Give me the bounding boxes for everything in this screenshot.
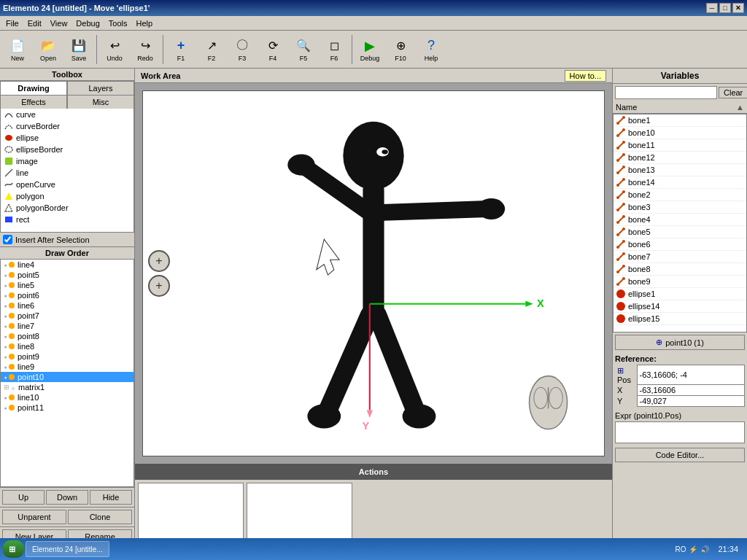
toolbar-separator-1: [96, 35, 97, 64]
undo-button[interactable]: ↩ Undo: [100, 33, 129, 66]
canvas-area: + +: [135, 83, 612, 464]
variable-clear-button[interactable]: Clear: [719, 87, 747, 98]
list-item[interactable]: bone11: [614, 139, 746, 152]
menu-debug[interactable]: Debug: [71, 18, 104, 29]
unparent-button[interactable]: Unparent: [2, 510, 66, 524]
point-expand-icon[interactable]: ⊕: [656, 338, 662, 347]
close-button[interactable]: ✕: [732, 3, 744, 13]
menu-file[interactable]: File: [1, 18, 23, 29]
list-item[interactable]: ellipse14: [614, 300, 746, 313]
tab-layers[interactable]: Layers: [67, 81, 134, 95]
list-item[interactable]: ellipse15: [614, 313, 746, 325]
list-item[interactable]: ⬥ line5: [1, 280, 133, 290]
menu-tools[interactable]: Tools: [104, 18, 132, 29]
list-item[interactable]: bone13: [614, 164, 746, 176]
list-item[interactable]: ⊞ ⬦ matrix1: [1, 382, 133, 392]
list-item[interactable]: bone10: [614, 127, 746, 139]
list-item[interactable]: polygonBorder: [1, 202, 133, 214]
svg-point-37: [622, 178, 625, 181]
zoom-in-button[interactable]: +: [148, 250, 170, 272]
svg-point-52: [616, 283, 619, 286]
list-item[interactable]: ellipse: [1, 132, 133, 144]
list-item[interactable]: ⬥ point11: [1, 402, 133, 413]
zoom-out-button[interactable]: +: [148, 275, 170, 297]
actions-bar: Actions: [135, 464, 612, 480]
f10-button[interactable]: ⊕ F10: [386, 33, 415, 66]
list-item[interactable]: ⬥ point10: [1, 372, 133, 382]
list-item[interactable]: ellipseBorder: [1, 144, 133, 155]
list-item[interactable]: bone4: [614, 214, 746, 226]
list-item[interactable]: ⬥ line8: [1, 341, 133, 351]
list-item[interactable]: openCurve: [1, 179, 133, 190]
menu-edit[interactable]: Edit: [23, 18, 46, 29]
list-item[interactable]: ⬥ line7: [1, 321, 133, 331]
list-item[interactable]: curveBorder: [1, 120, 133, 132]
list-item[interactable]: bone3: [614, 201, 746, 214]
list-item[interactable]: ⬥ point6: [1, 290, 133, 300]
list-item[interactable]: ⬥ line10: [1, 392, 133, 402]
tab-effects[interactable]: Effects: [0, 95, 67, 109]
start-button[interactable]: ⊞: [3, 540, 24, 558]
list-item[interactable]: bone9: [614, 276, 746, 288]
list-item[interactable]: ⬥ line4: [1, 260, 133, 270]
work-canvas[interactable]: X Y: [142, 90, 605, 456]
tab-misc[interactable]: Misc: [67, 95, 134, 109]
svg-point-13: [307, 404, 341, 428]
menu-view[interactable]: View: [46, 18, 72, 29]
list-item[interactable]: ⬥ point8: [1, 331, 133, 341]
opencurve-icon: [4, 179, 14, 190]
tab-drawing[interactable]: Drawing: [0, 81, 67, 95]
list-item[interactable]: ⬥ point7: [1, 311, 133, 321]
list-item[interactable]: ⬥ line6: [1, 300, 133, 311]
f6-button[interactable]: ◻ F6: [320, 33, 349, 66]
clone-button[interactable]: Clone: [68, 510, 132, 524]
f4-button[interactable]: ⟳ F4: [258, 33, 287, 66]
list-item[interactable]: ⬥ point5: [1, 270, 133, 280]
list-item[interactable]: ⬥ line9: [1, 362, 133, 372]
hide-button[interactable]: Hide: [90, 490, 132, 505]
redo-button[interactable]: ↪ Redo: [131, 33, 160, 66]
list-item[interactable]: bone6: [614, 238, 746, 251]
expr-input[interactable]: [615, 421, 745, 443]
list-item[interactable]: rect: [1, 214, 133, 225]
open-button[interactable]: 📂 Open: [34, 33, 63, 66]
save-button[interactable]: 💾 Save: [64, 33, 93, 66]
f3-button[interactable]: 〇 F3: [228, 33, 257, 66]
list-item[interactable]: bone5: [614, 226, 746, 238]
list-item[interactable]: image: [1, 155, 133, 167]
list-item[interactable]: line: [1, 167, 133, 179]
list-item[interactable]: bone14: [614, 176, 746, 189]
f1-button[interactable]: + F1: [166, 33, 196, 66]
down-button[interactable]: Down: [46, 490, 88, 505]
debug-button[interactable]: ▶ Debug: [355, 33, 384, 66]
list-item[interactable]: curve: [1, 109, 133, 120]
f5-button[interactable]: 🔍 F5: [289, 33, 318, 66]
list-item[interactable]: bone7: [614, 251, 746, 263]
ellipse-icon: [4, 133, 14, 143]
list-item[interactable]: ⬥ point9: [1, 351, 133, 362]
svg-point-27: [622, 116, 625, 119]
maximize-button[interactable]: □: [719, 3, 731, 13]
new-button[interactable]: 📄 New: [3, 33, 32, 66]
svg-point-46: [616, 246, 619, 249]
f2-button[interactable]: ↗ F2: [197, 33, 226, 66]
list-item[interactable]: polygon: [1, 190, 133, 202]
up-button[interactable]: Up: [2, 490, 44, 505]
pos-expand-icon[interactable]: ⊞: [617, 366, 624, 375]
insert-after-checkbox[interactable]: [3, 235, 12, 244]
how-to-button[interactable]: How to...: [565, 70, 606, 82]
list-item[interactable]: bone12: [614, 152, 746, 164]
toolbox-tabs: Drawing Layers: [0, 81, 134, 95]
taskbar-app-item[interactable]: Elemento 24 [untitle...: [26, 541, 109, 557]
list-item[interactable]: ellipse1: [614, 288, 746, 300]
list-item[interactable]: bone1: [614, 114, 746, 127]
minimize-button[interactable]: ─: [706, 3, 718, 13]
list-item[interactable]: bone2: [614, 189, 746, 201]
menu-help[interactable]: Help: [131, 18, 157, 29]
code-editor-button[interactable]: Code Editor...: [615, 448, 745, 462]
toolbox-tabs-2: Effects Misc: [0, 95, 134, 109]
help-button[interactable]: ? Help: [417, 33, 446, 66]
bone-icon: [616, 166, 625, 174]
variable-search-input[interactable]: [615, 86, 717, 99]
list-item[interactable]: bone8: [614, 263, 746, 276]
